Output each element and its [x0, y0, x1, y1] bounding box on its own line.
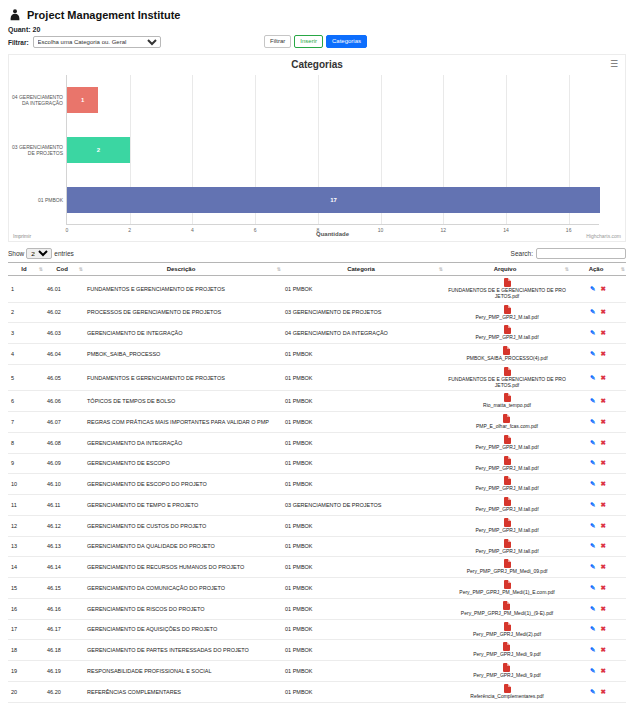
- delete-button[interactable]: ✖: [601, 459, 606, 466]
- file-download-link[interactable]: Pery_PMP_GPRJ_Medi_9.pdf: [473, 663, 541, 679]
- cell-acao: ✎✖: [570, 661, 626, 682]
- file-name: Pery_PMP_GPRJ_M.tall.pdf: [475, 486, 538, 492]
- file-download-link[interactable]: Pery_PMP_GPRJ_M.tall.pdf: [475, 497, 538, 513]
- delete-button[interactable]: ✖: [601, 350, 606, 357]
- bar-value-label: 1: [67, 87, 98, 113]
- delete-button[interactable]: ✖: [601, 688, 606, 695]
- edit-button[interactable]: ✎: [590, 459, 595, 466]
- file-download-link[interactable]: FUNDAMENTOS DE E GERENCIAMENTO DE PROJET…: [447, 367, 567, 389]
- edit-button[interactable]: ✎: [590, 308, 595, 315]
- file-download-link[interactable]: PMBOK_SAIBA_PROCESSO(4).pdf: [466, 346, 547, 362]
- delete-button[interactable]: ✖: [601, 563, 606, 570]
- file-download-link[interactable]: Pery_PMP_GPRJ_M.tall.pdf: [475, 518, 538, 534]
- edit-button[interactable]: ✎: [590, 480, 595, 487]
- edit-button[interactable]: ✎: [590, 522, 595, 529]
- file-download-link[interactable]: Pery_PMP_GPRJ_M.tall.pdf: [475, 539, 538, 555]
- edit-button[interactable]: ✎: [590, 542, 595, 549]
- file-download-link[interactable]: PMP_E_olhar_fcas.com.pdf: [476, 414, 538, 430]
- file-download-link[interactable]: Pery_PMP_GPRJ_M.tall.pdf: [475, 435, 538, 451]
- delete-button[interactable]: ✖: [601, 646, 606, 653]
- show-label: Show: [8, 250, 24, 257]
- cell-id: 11: [8, 495, 44, 516]
- column-header-categoria[interactable]: Categoria⇅: [282, 263, 444, 276]
- cell-id: 16: [8, 598, 44, 619]
- delete-button[interactable]: ✖: [601, 308, 606, 315]
- table-header-row: Id⇅ Cod⇅ Descrição⇅ Categoria⇅ Arquivo⇅ …: [8, 263, 626, 276]
- edit-button[interactable]: ✎: [590, 646, 595, 653]
- file-download-link[interactable]: Pery_PMP_GPRJ_M.tall.pdf: [475, 325, 538, 341]
- delete-button[interactable]: ✖: [601, 625, 606, 632]
- cell-acao: ✎✖: [570, 681, 626, 702]
- edit-button[interactable]: ✎: [590, 563, 595, 570]
- sort-icon: ⇅: [621, 266, 625, 272]
- column-header-cod[interactable]: Cod⇅: [44, 263, 84, 276]
- delete-button[interactable]: ✖: [601, 285, 606, 292]
- file-download-link[interactable]: Pery_PMP_GPRJ_M.tall.pdf: [475, 456, 538, 472]
- edit-button[interactable]: ✎: [590, 688, 595, 695]
- file-download-link[interactable]: Pery_PMP_GPRJ_PM_Medi_09.pdf: [467, 559, 548, 575]
- chart-export-menu-icon[interactable]: ☰: [610, 60, 618, 69]
- file-name: Pery_PMP_GPRJ_Medi_9.pdf: [473, 673, 541, 679]
- delete-button[interactable]: ✖: [601, 374, 606, 381]
- delete-button[interactable]: ✖: [601, 480, 606, 487]
- chart-credits[interactable]: Highcharts.com: [586, 233, 621, 239]
- file-download-link[interactable]: Referência_Complementares.pdf: [470, 684, 543, 700]
- table-controls: Show 25 entries Search:: [0, 246, 634, 262]
- column-header-descricao[interactable]: Descrição⇅: [84, 263, 282, 276]
- edit-button[interactable]: ✎: [590, 501, 595, 508]
- cell-arquivo: Pery_PMP_GPRJ_M.tall.pdf: [444, 453, 570, 474]
- file-download-link[interactable]: Pery_PMP_GPRJ_PM_Medi(1)_(9-E).pdf: [461, 601, 553, 617]
- column-header-id[interactable]: Id⇅: [8, 263, 44, 276]
- delete-button[interactable]: ✖: [601, 329, 606, 336]
- file-name: Pery_PMP_GPRJ_M.tall.pdf: [475, 507, 538, 513]
- file-download-link[interactable]: Pery_PMP_GPRJ_M.tall.pdf: [475, 476, 538, 492]
- chart-title: Categorias: [9, 55, 625, 70]
- column-header-arquivo[interactable]: Arquivo⇅: [444, 263, 570, 276]
- data-table: Id⇅ Cod⇅ Descrição⇅ Categoria⇅ Arquivo⇅ …: [8, 262, 626, 705]
- category-filter-select[interactable]: Escolha uma Categoria ou. Geral: [33, 36, 161, 48]
- table-row: 646.06TÓPICOS DE TEMPOS DE BOLSO01 PMBOK…: [8, 391, 626, 412]
- search-input[interactable]: [536, 248, 626, 259]
- delete-button[interactable]: ✖: [601, 584, 606, 591]
- file-download-link[interactable]: Pery_PMP_GPRJ_Medi(2).pdf: [473, 622, 541, 638]
- categorias-button[interactable]: Categorias: [326, 35, 367, 48]
- file-download-link[interactable]: Pery_PMP_GPRJ_Medi_9.pdf: [473, 642, 541, 658]
- delete-button[interactable]: ✖: [601, 439, 606, 446]
- cell-arquivo: Pery_PMP_GPRJ_PM_Medi(1)_E.com.pdf: [444, 578, 570, 599]
- delete-button[interactable]: ✖: [601, 667, 606, 674]
- delete-button[interactable]: ✖: [601, 501, 606, 508]
- edit-button[interactable]: ✎: [590, 285, 595, 292]
- file-download-link[interactable]: Pery_PMP_GPRJ_PM_Medi(1)_E.com.pdf: [459, 580, 554, 596]
- pdf-icon: [504, 497, 511, 506]
- edit-button[interactable]: ✎: [590, 397, 595, 404]
- delete-button[interactable]: ✖: [601, 522, 606, 529]
- file-download-link[interactable]: Rio_matta_tempo.pdf: [483, 393, 531, 409]
- delete-button[interactable]: ✖: [601, 418, 606, 425]
- cell-categoria: 01 PMBOK: [282, 619, 444, 640]
- edit-button[interactable]: ✎: [590, 605, 595, 612]
- delete-button[interactable]: ✖: [601, 397, 606, 404]
- file-download-link[interactable]: Pery_PMP_GPRJ_M.tall.pdf: [475, 305, 538, 321]
- delete-button[interactable]: ✖: [601, 542, 606, 549]
- edit-button[interactable]: ✎: [590, 439, 595, 446]
- edit-button[interactable]: ✎: [590, 418, 595, 425]
- edit-button[interactable]: ✎: [590, 350, 595, 357]
- filtrar-button[interactable]: Filtrar: [264, 35, 291, 48]
- search-control: Search:: [511, 248, 626, 259]
- edit-button[interactable]: ✎: [590, 329, 595, 336]
- column-header-acao[interactable]: Ação⇅: [570, 263, 626, 276]
- edit-button[interactable]: ✎: [590, 374, 595, 381]
- cell-descricao: GERENCIAMENTO DA INTEGRAÇÃO: [84, 432, 282, 453]
- page-length-select[interactable]: 25: [26, 248, 52, 259]
- cell-cod: 46.17: [44, 619, 84, 640]
- edit-button[interactable]: ✎: [590, 584, 595, 591]
- edit-button[interactable]: ✎: [590, 667, 595, 674]
- file-download-link[interactable]: FUNDAMENTOS DE E GERENCIAMENTO DE PROJET…: [447, 278, 567, 300]
- cell-id: 15: [8, 578, 44, 599]
- file-name: Rio_matta_tempo.pdf: [483, 403, 531, 409]
- delete-button[interactable]: ✖: [601, 605, 606, 612]
- edit-button[interactable]: ✎: [590, 625, 595, 632]
- cell-descricao: GERENCIAMENTO DE TEMPO E PROJETO: [84, 495, 282, 516]
- cell-acao: ✎✖: [570, 344, 626, 365]
- inserir-button[interactable]: Inserir: [294, 35, 323, 48]
